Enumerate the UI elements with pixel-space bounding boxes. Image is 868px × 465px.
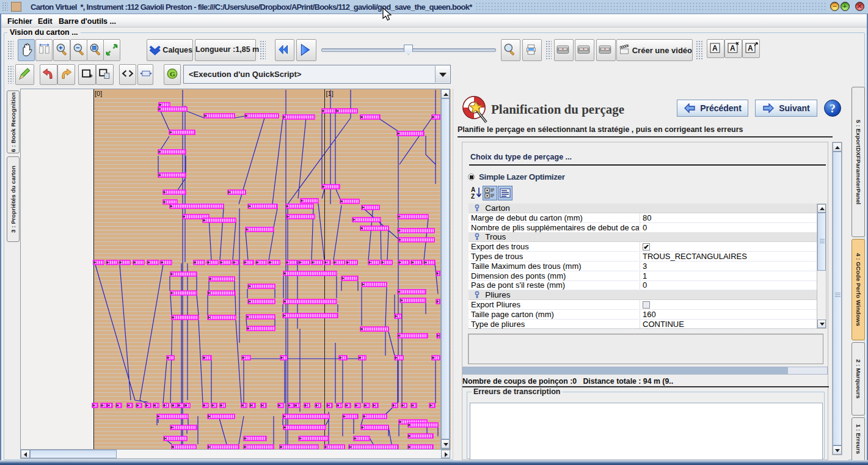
svg-text:A: A [730, 44, 735, 53]
svg-text:[1]: [1] [326, 90, 334, 97]
svg-text:A: A [471, 186, 475, 193]
svg-text:A: A [712, 44, 718, 53]
svg-text:[0]: [0] [95, 90, 102, 97]
svg-text:Z: Z [471, 193, 475, 200]
svg-text:G: G [170, 70, 175, 78]
svg-text:A: A [748, 44, 753, 53]
